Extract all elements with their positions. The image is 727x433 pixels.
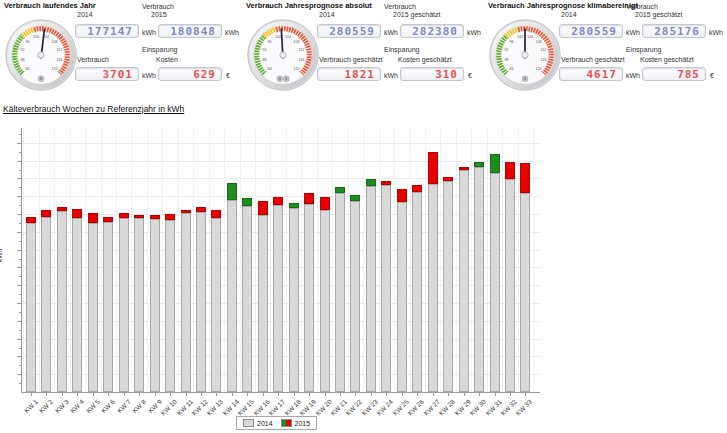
x-axis-tick (201, 393, 202, 396)
bar-2015-saving[interactable] (242, 198, 252, 206)
bar-2015-excess[interactable] (72, 209, 82, 218)
bar-2014-base[interactable] (26, 223, 36, 392)
bar-2014-base[interactable] (459, 170, 469, 392)
x-axis-tick (139, 393, 140, 396)
bar-2014-base[interactable] (196, 212, 206, 392)
bar-2014-base[interactable] (505, 179, 515, 392)
gridline-vertical (85, 128, 86, 392)
gridline-vertical (240, 128, 241, 392)
bar-2015-saving[interactable] (366, 179, 376, 186)
bar-2014-base[interactable] (412, 192, 422, 392)
bar-2015-excess[interactable] (273, 197, 283, 205)
x-axis-tick (386, 393, 387, 396)
x-axis-tick (186, 393, 187, 396)
bar-2015-excess[interactable] (428, 152, 438, 184)
bar-2014-base[interactable] (350, 201, 360, 392)
bar-2014-base[interactable] (397, 202, 407, 392)
bar-2015-excess[interactable] (397, 189, 407, 202)
bar-2015-excess[interactable] (26, 217, 36, 223)
bar-2014-base[interactable] (428, 184, 438, 392)
chart-legend: 2014 2015 (236, 416, 317, 430)
gridline-vertical (224, 128, 225, 392)
legend-swatch-2014 (243, 419, 254, 427)
bar-2014-base[interactable] (381, 185, 391, 392)
x-axis-tick (325, 393, 326, 396)
bar-2015-excess[interactable] (381, 181, 391, 185)
bar-2015-excess[interactable] (196, 207, 206, 212)
bar-2014-base[interactable] (181, 213, 191, 392)
bar-2015-excess[interactable] (320, 197, 330, 210)
gridline-vertical (162, 128, 163, 392)
x-axis-tick (309, 393, 310, 396)
bar-2015-excess[interactable] (150, 215, 160, 219)
bar-2015-excess[interactable] (103, 217, 113, 222)
bar-2014-base[interactable] (490, 173, 500, 392)
x-axis-tick (263, 393, 264, 396)
energy-dashboard: Verbrauch laufendes Jahr 848892961001041… (0, 0, 727, 433)
bar-2014-base[interactable] (304, 204, 314, 392)
bar-2014-base[interactable] (134, 218, 144, 392)
bar-2014-base[interactable] (119, 218, 129, 392)
bar-2014-base[interactable] (335, 193, 345, 392)
x-axis-tick (402, 393, 403, 396)
bar-2015-excess[interactable] (505, 162, 515, 179)
x-axis-tick (340, 393, 341, 396)
bar-2014-base[interactable] (273, 205, 283, 392)
bar-2014-base[interactable] (211, 218, 221, 392)
bar-2014-base[interactable] (41, 217, 51, 392)
bar-2014-base[interactable] (289, 208, 299, 392)
bar-2015-excess[interactable] (181, 210, 191, 213)
bar-2015-saving[interactable] (335, 187, 345, 193)
bar-2014-base[interactable] (320, 210, 330, 392)
gridline-vertical (209, 128, 210, 392)
bar-2015-excess[interactable] (41, 210, 51, 217)
legend-item-2014[interactable]: 2014 (243, 419, 273, 427)
bar-2014-base[interactable] (258, 215, 268, 392)
x-axis-tick (77, 393, 78, 396)
bar-2014-base[interactable] (227, 200, 237, 392)
bar-2015-excess[interactable] (304, 193, 314, 204)
bar-2015-excess[interactable] (119, 213, 129, 218)
bar-2015-excess[interactable] (459, 167, 469, 170)
bar-2015-excess[interactable] (412, 185, 422, 192)
bar-2015-excess[interactable] (88, 213, 98, 223)
bar-2015-saving[interactable] (227, 183, 237, 200)
bar-2015-excess[interactable] (520, 163, 530, 193)
bar-2014-base[interactable] (150, 219, 160, 392)
bar-2015-excess[interactable] (57, 207, 67, 211)
bar-2014-base[interactable] (242, 206, 252, 392)
bar-2014-base[interactable] (443, 181, 453, 392)
bar-2014-base[interactable] (474, 167, 484, 392)
bar-2015-excess[interactable] (211, 210, 221, 218)
x-axis-tick (108, 393, 109, 396)
bar-2015-saving[interactable] (289, 203, 299, 208)
bar-2015-excess[interactable] (165, 214, 175, 220)
gridline-vertical (394, 128, 395, 392)
bar-2015-saving[interactable] (350, 195, 360, 201)
bar-2014-base[interactable] (57, 211, 67, 392)
bar-2014-base[interactable] (103, 222, 113, 392)
bar-2015-excess[interactable] (134, 215, 144, 218)
gridline-vertical (178, 128, 179, 392)
gridline-vertical (379, 128, 380, 392)
bar-2014-base[interactable] (88, 223, 98, 392)
bar-2015-saving[interactable] (490, 154, 500, 173)
bar-2014-base[interactable] (366, 186, 376, 392)
legend-item-2015[interactable]: 2015 (281, 419, 311, 427)
gridline-vertical (39, 128, 40, 392)
gridline-vertical (54, 128, 55, 392)
bar-2015-saving[interactable] (474, 162, 484, 167)
x-axis-tick (31, 393, 32, 396)
y-axis-line (21, 128, 22, 393)
gridline-vertical (410, 128, 411, 392)
gridline-horizontal (21, 161, 540, 162)
bar-2014-base[interactable] (165, 220, 175, 392)
bar-2015-excess[interactable] (443, 177, 453, 181)
gridline-vertical (471, 128, 472, 392)
bar-2014-base[interactable] (520, 193, 530, 392)
bar-2015-excess[interactable] (258, 201, 268, 215)
gridline-vertical (533, 128, 534, 392)
x-axis-tick (417, 393, 418, 396)
x-axis-tick (479, 393, 480, 396)
bar-2014-base[interactable] (72, 218, 82, 392)
